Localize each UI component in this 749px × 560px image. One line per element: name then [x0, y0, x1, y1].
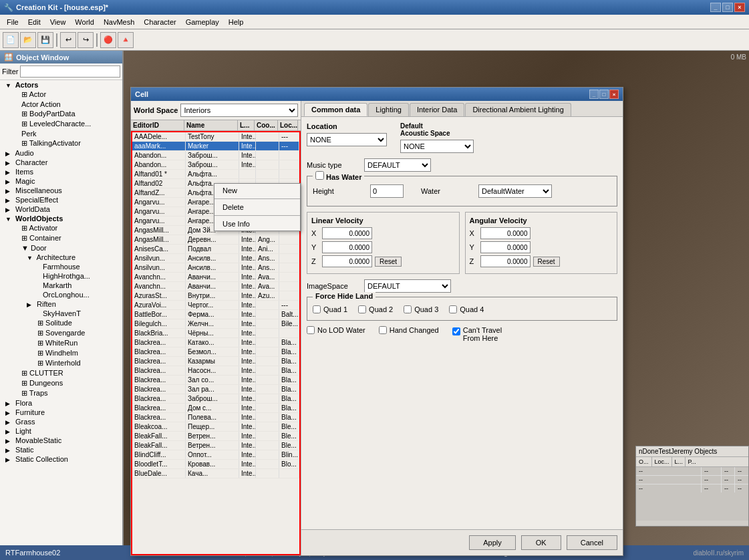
cell-row[interactable]: BleakFall... Ветрен... Inte... Ble... — [132, 441, 299, 450]
quad4-checkbox[interactable] — [449, 305, 457, 313]
world-space-select[interactable]: Interiors — [180, 104, 298, 117]
tree-traps[interactable]: ⊞ Traps — [5, 388, 122, 398]
toolbar-btn3[interactable]: 🔴 — [100, 32, 116, 48]
tree-world-objects[interactable]: ▼ WorldObjects — [0, 214, 122, 223]
av-x-input[interactable] — [480, 227, 531, 239]
tree-audio[interactable]: ▶ Audio — [0, 148, 122, 158]
menu-character[interactable]: Character — [140, 17, 180, 27]
objects-scrollbar[interactable] — [636, 521, 748, 526]
tree-actor[interactable]: ⊞ Actor — [5, 90, 122, 100]
water-select[interactable]: DefaultWater — [478, 184, 552, 198]
lv-x-input[interactable] — [322, 227, 372, 239]
cell-row[interactable]: Avanchn... Аванчи... Inte... Ava... — [132, 282, 299, 291]
cell-close-button[interactable]: × — [609, 90, 619, 99]
tree-orclonghouse[interactable]: OrcLonghou... — [27, 290, 122, 299]
tab-interior-data[interactable]: Interior Data — [410, 103, 465, 116]
context-delete[interactable]: Delete — [214, 200, 300, 214]
location-select[interactable]: NONE — [307, 133, 387, 146]
cell-row[interactable]: Blackrea... Казармы Inte... Bla... — [132, 357, 299, 366]
menu-world[interactable]: World — [71, 17, 98, 27]
cell-row[interactable]: AngasMill... Деревн... Inte... Ang... — [132, 235, 299, 245]
tree-farmhouse[interactable]: Farmhouse — [27, 262, 122, 271]
tree-special-effect[interactable]: ▶ SpecialEffect — [0, 195, 122, 204]
tree-movable-static[interactable]: ▶ MovableStatic — [0, 436, 122, 445]
quad2-checkbox[interactable] — [358, 305, 366, 313]
av-reset-button[interactable]: Reset — [533, 257, 560, 267]
ok-button[interactable]: OK — [521, 535, 561, 550]
tree-highhrothgar[interactable]: HighHrothga... — [27, 271, 122, 281]
tree-dungeons[interactable]: ⊞ Dungeons — [5, 378, 122, 388]
tree-static[interactable]: ▶ Static — [0, 445, 122, 454]
cell-row[interactable]: AAADele... TestTony Inte... --- — [132, 132, 299, 142]
filter-input[interactable] — [20, 65, 120, 78]
toolbar-save[interactable]: 💾 — [37, 32, 53, 48]
tree-magic[interactable]: ▶ Magic — [0, 176, 122, 186]
apply-button[interactable]: Apply — [469, 535, 516, 550]
cell-row[interactable]: Avanchn... Аванчи... Inte... Ava... — [132, 273, 299, 282]
toolbar-new[interactable]: 📄 — [3, 32, 19, 48]
tree-character[interactable]: ▶ Character — [0, 158, 122, 167]
menu-navmesh[interactable]: NavMesh — [100, 17, 138, 27]
tree-perk[interactable]: Perk — [5, 129, 122, 138]
cell-row[interactable]: Blackrea... Дом с... Inte... Bla... — [132, 404, 299, 413]
height-input[interactable] — [370, 184, 404, 198]
cell-row[interactable]: Blackrea... Заброш... Inte... Bla... — [132, 394, 299, 404]
cell-row[interactable]: Blackrea... Насосн... Inte... Bla... — [132, 366, 299, 376]
tree-actor-action[interactable]: Actor Action — [5, 100, 122, 109]
cant-travel-checkbox[interactable] — [452, 327, 460, 335]
tree-flora[interactable]: ▶ Flora — [0, 398, 122, 408]
tab-lighting[interactable]: Lighting — [368, 103, 409, 116]
lv-reset-button[interactable]: Reset — [375, 257, 402, 267]
cell-row[interactable]: Ansilvun... Ансилв... Inte... Ans... — [132, 263, 299, 273]
quad1-checkbox[interactable] — [313, 305, 321, 313]
toolbar-btn4[interactable]: 🔺 — [118, 32, 134, 48]
tree-misc[interactable]: ▶ Miscellaneous — [0, 186, 122, 195]
cell-minimize-button[interactable]: _ — [589, 90, 599, 99]
cell-row[interactable]: Bleakcoa... Пещер... Inte... Ble... — [132, 422, 299, 432]
cell-row[interactable]: BlackBria... Чёрны... Inte... — [132, 329, 299, 338]
tree-static-collection[interactable]: ▶ Static Collection — [0, 454, 122, 464]
tree-architecture[interactable]: ▼ Architecture — [21, 253, 122, 262]
tree-skyhaven[interactable]: SkyHavenT — [27, 309, 122, 318]
close-button[interactable]: × — [734, 3, 745, 12]
cell-row[interactable]: BleakFall... Ветрен... Inte... Ble... — [132, 432, 299, 441]
tree-world-data[interactable]: ▶ WorldData — [0, 204, 122, 214]
tree-door[interactable]: ▼ Door — [5, 243, 122, 253]
tree-whiterun[interactable]: ⊞ WhiteRun — [21, 338, 122, 348]
no-lod-water-checkbox[interactable] — [307, 326, 315, 334]
music-type-select[interactable]: DEFAULT — [364, 158, 431, 172]
cancel-button[interactable]: Cancel — [567, 535, 617, 550]
image-space-select[interactable]: DEFAULT — [364, 279, 451, 293]
lv-z-input[interactable] — [322, 255, 372, 267]
cell-row[interactable]: BloodletT... Кровав... Inte... Blo... — [132, 460, 299, 469]
tree-body-part-data[interactable]: ⊞ BodyPartData — [5, 109, 122, 119]
quad3-checkbox[interactable] — [404, 305, 412, 313]
tree-actors[interactable]: ▼ Actors — [0, 80, 122, 90]
tree-items[interactable]: ▶ Items — [0, 167, 122, 176]
tree-grass[interactable]: ▶ Grass — [0, 417, 122, 426]
tree-talking-activator[interactable]: ⊞ TalkingActivator — [5, 138, 122, 148]
cell-row[interactable]: Blackrea... Полева... Inte... Bla... — [132, 413, 299, 422]
cell-row[interactable]: Blackrea... Безмол... Inte... Bla... — [132, 347, 299, 357]
tree-markarth[interactable]: Markarth — [27, 281, 122, 290]
tree-container[interactable]: ⊞ Container — [5, 233, 122, 243]
minimize-button[interactable]: _ — [710, 3, 721, 12]
toolbar-open[interactable]: 📂 — [20, 32, 36, 48]
av-z-input[interactable] — [480, 255, 531, 267]
toolbar-redo[interactable]: ↪ — [78, 32, 94, 48]
has-water-checkbox[interactable] — [315, 171, 324, 180]
context-use-info[interactable]: Use Info — [214, 217, 300, 231]
cell-row[interactable]: Alftand01 * Альфта... — [132, 170, 299, 179]
toolbar-undo[interactable]: ↩ — [60, 32, 76, 48]
menu-gameplay[interactable]: Gameplay — [182, 17, 223, 27]
tab-common-data[interactable]: Common data — [304, 103, 367, 116]
cell-row[interactable]: Bilegulch... Желчн... Inte... Bile... — [132, 319, 299, 329]
cell-row[interactable]: BlindCliff... Оппот... Inte... Blin... — [132, 450, 299, 460]
cell-row[interactable]: Blackrea... Зал со... Inte... Bla... — [132, 376, 299, 385]
cell-row[interactable]: Blackrea... Катако... Inte... Bla... — [132, 338, 299, 347]
tree-furniture[interactable]: ▶ Furniture — [0, 408, 122, 417]
cell-row[interactable]: AnisesCa... Подвал Inte... Ani... — [132, 245, 299, 254]
hand-changed-checkbox[interactable] — [379, 326, 387, 334]
tree-windhelm[interactable]: ⊞ Windhelm — [21, 348, 122, 358]
menu-help[interactable]: Help — [224, 17, 248, 27]
